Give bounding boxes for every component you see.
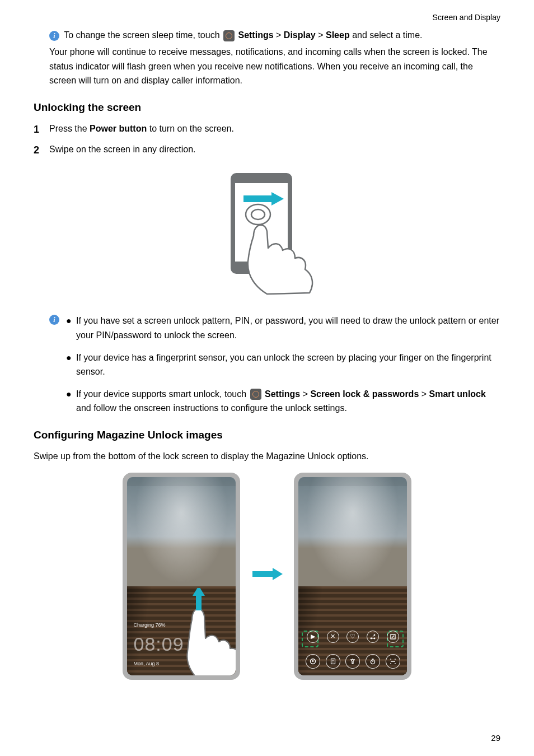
gt: > xyxy=(303,389,308,399)
step-2-text: Swipe on the screen in any direction. xyxy=(49,142,500,158)
recorder-icon xyxy=(306,654,320,669)
bullet-dot: ● xyxy=(66,387,76,416)
tip-text-post: and select a time. xyxy=(352,30,422,40)
lockscreen-phone-right: ▶ ✕ ♡ xyxy=(294,473,411,680)
svg-marker-10 xyxy=(273,568,283,580)
lock-charging-text: Charging 76% xyxy=(134,621,184,629)
bullet-fingerprint: ● If your device has a fingerprint senso… xyxy=(66,351,500,379)
step-1-post: to turn on the screen. xyxy=(147,124,234,133)
page-header-section: Screen and Display xyxy=(34,11,500,24)
gt: > xyxy=(318,30,323,40)
section-magazine-body: Swipe up from the bottom of the lock scr… xyxy=(34,449,500,464)
step-1-bold: Power button xyxy=(90,124,147,133)
arrow-right-icon xyxy=(251,567,283,585)
svg-point-19 xyxy=(332,661,332,661)
step-1-pre: Press the xyxy=(49,124,90,133)
svg-rect-17 xyxy=(331,659,335,664)
bullet-3-post: and follow the onscreen instructions to … xyxy=(76,403,347,413)
tip-sleep-time: i To change the screen sleep time, touch… xyxy=(49,28,500,43)
tip-settings-bold: Settings xyxy=(238,30,273,40)
flashlight-icon xyxy=(345,654,360,669)
lock-time-text: 08:09 xyxy=(134,629,184,659)
bullet-pattern-pin: ● If you have set a screen unlock patter… xyxy=(66,314,500,342)
bullet-3-smart: Smart unlock xyxy=(429,389,486,399)
bullet-1-text: If you have set a screen unlock pattern,… xyxy=(76,314,500,342)
settings-app-icon xyxy=(250,389,261,400)
bullet-smart-unlock: ● If your device supports smart unlock, … xyxy=(66,387,500,416)
svg-point-20 xyxy=(334,661,334,661)
heart-icon: ♡ xyxy=(346,631,359,643)
play-icon: ▶ xyxy=(307,631,319,643)
scanner-icon xyxy=(386,654,400,669)
bullet-3-pre: If your device supports smart unlock, to… xyxy=(76,389,249,399)
pin-icon xyxy=(387,631,399,643)
svg-rect-16 xyxy=(312,660,313,662)
gt: > xyxy=(276,30,281,40)
timer-icon xyxy=(366,654,380,669)
bullet-dot: ● xyxy=(66,351,76,379)
info-icon: i xyxy=(49,31,59,41)
tip-sleep-bold: Sleep xyxy=(326,30,350,40)
bullet-3-settings: Settings xyxy=(265,389,300,399)
step-2: 2 Swipe on the screen in any direction. xyxy=(34,142,500,158)
page-number: 29 xyxy=(491,733,500,743)
magazine-bottom-row xyxy=(298,654,407,669)
calculator-icon xyxy=(326,654,340,669)
step-1: 1 Press the Power button to turn on the … xyxy=(34,122,500,138)
step-1-number: 1 xyxy=(34,122,49,138)
lock-date-text: Mon, Aug 8 xyxy=(134,660,184,668)
lockscreen-phone-left: Charging 76% 08:09 Mon, Aug 8 xyxy=(123,473,240,680)
bullet-dot: ● xyxy=(66,314,76,342)
camera-shortcut-icon xyxy=(219,660,230,668)
step-2-number: 2 xyxy=(34,142,49,158)
info-icon: i xyxy=(49,315,59,325)
share-icon xyxy=(367,631,379,643)
close-icon: ✕ xyxy=(327,631,339,643)
lockscreen-behavior-paragraph: Your phone will continue to receive mess… xyxy=(49,45,500,88)
gt: > xyxy=(421,389,427,399)
section-unlocking-title: Unlocking the screen xyxy=(34,99,500,116)
tip-display-bold: Display xyxy=(284,30,316,40)
section-magazine-title: Configuring Magazine Unlock images xyxy=(34,427,500,444)
swipe-illustration xyxy=(34,170,500,303)
magazine-top-row: ▶ ✕ ♡ xyxy=(298,631,407,643)
svg-point-22 xyxy=(334,662,334,662)
bullet-2-text: If your device has a fingerprint sensor,… xyxy=(76,351,500,379)
svg-point-21 xyxy=(332,662,332,662)
tip-text-pre: To change the screen sleep time, touch xyxy=(64,30,222,40)
bullet-3-path: Screen lock & passwords xyxy=(310,389,419,399)
settings-app-icon xyxy=(223,30,235,41)
magazine-figure-row: Charging 76% 08:09 Mon, Aug 8 xyxy=(34,473,500,680)
